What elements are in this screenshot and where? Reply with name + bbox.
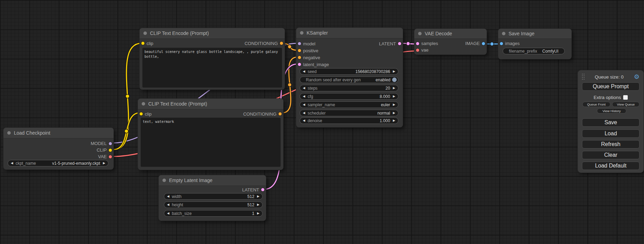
decrement-arrow-icon[interactable]: ◀ (11, 162, 13, 165)
node-title: Empty Latent Image (169, 178, 212, 183)
output-port-latent[interactable] (398, 42, 401, 45)
node-vae-decode[interactable]: VAE Decode samples IMAGE vae (414, 29, 487, 55)
denoise-widget[interactable]: ◀ denoise 1.000 ▶ (300, 117, 398, 124)
refresh-button[interactable]: Refresh (582, 140, 639, 148)
output-port-conditioning[interactable] (279, 112, 282, 116)
decrement-arrow-icon[interactable]: ◀ (303, 95, 305, 98)
input-port-vae[interactable] (416, 48, 419, 52)
collapse-dot-icon[interactable] (502, 32, 505, 35)
input-port-positive[interactable] (298, 49, 301, 52)
node-title-bar[interactable]: KSampler (296, 28, 403, 38)
node-title-bar[interactable]: Load Checkpoint (3, 128, 114, 138)
increment-arrow-icon[interactable]: ▶ (393, 119, 395, 122)
scheduler-widget[interactable]: ◀ scheduler normal ▶ (300, 110, 398, 116)
seed-widget[interactable]: ◀ seed 156680208700286 ▶ (300, 68, 398, 75)
increment-arrow-icon[interactable]: ▶ (393, 87, 395, 90)
widget-label: batch_size (172, 211, 192, 216)
widget-label: steps (308, 86, 318, 91)
increment-arrow-icon[interactable]: ▶ (103, 162, 105, 165)
increment-arrow-icon[interactable]: ▶ (393, 70, 395, 73)
node-title-bar[interactable]: Empty Latent Image (159, 175, 266, 186)
node-title-bar[interactable]: CLIP Text Encode (Prompt) (140, 28, 285, 39)
node-empty-latent-image[interactable]: Empty Latent Image LATENT ◀ width 512 ▶ … (159, 175, 266, 221)
ckpt-name-widget[interactable]: ◀ ckpt_name v1-5-pruned-emaonly.ckpt ▶ (8, 160, 108, 166)
load-default-button[interactable]: Load Default (582, 162, 639, 170)
input-port-negative[interactable] (298, 56, 301, 59)
widget-label: ckpt_name (16, 161, 36, 166)
decrement-arrow-icon[interactable]: ◀ (167, 203, 169, 206)
collapse-dot-icon[interactable] (418, 32, 422, 35)
settings-gear-icon[interactable]: ⚙ (634, 74, 639, 80)
clear-button[interactable]: Clear (582, 151, 639, 159)
node-clip-text-encode-negative[interactable]: CLIP Text Encode (Prompt) clip CONDITION… (138, 99, 283, 170)
input-port-model[interactable] (298, 42, 301, 45)
load-button[interactable]: Load (582, 129, 639, 138)
node-graph-canvas[interactable]: Load Checkpoint MODEL CLIP VAE ◀ ckpt_na… (0, 0, 644, 244)
output-port-image[interactable] (482, 42, 485, 45)
node-title-bar[interactable]: CLIP Text Encode (Prompt) (138, 99, 283, 109)
output-port-vae[interactable] (109, 155, 112, 158)
extra-options-checkbox[interactable] (623, 95, 628, 100)
widget-label: scheduler (308, 111, 326, 116)
decrement-arrow-icon[interactable]: ◀ (167, 212, 169, 215)
prompt-textarea[interactable]: beautiful scenery nature glass bottle la… (142, 48, 282, 88)
view-history-button[interactable]: View History (597, 108, 626, 114)
node-title: VAE Decode (425, 31, 452, 36)
filename-prefix-widget[interactable]: filename_prefix ComfyUI (503, 48, 565, 54)
node-load-checkpoint[interactable]: Load Checkpoint MODEL CLIP VAE ◀ ckpt_na… (3, 128, 114, 170)
output-port-conditioning[interactable] (280, 42, 283, 45)
input-label-positive: positive (303, 48, 318, 53)
increment-arrow-icon[interactable]: ▶ (257, 212, 259, 215)
node-clip-text-encode-positive[interactable]: CLIP Text Encode (Prompt) clip CONDITION… (140, 28, 285, 90)
toggle-knob-icon[interactable] (392, 78, 397, 82)
drag-handle-icon[interactable] (582, 74, 584, 80)
input-port-samples[interactable] (416, 42, 419, 45)
decrement-arrow-icon[interactable]: ◀ (303, 111, 305, 115)
prompt-textarea[interactable]: text, watermark (141, 118, 281, 167)
collapse-dot-icon[interactable] (7, 131, 11, 135)
node-ksampler[interactable]: KSampler model LATENT positive negative … (296, 28, 403, 127)
collapse-dot-icon[interactable] (143, 31, 147, 35)
random-seed-toggle-widget[interactable]: Random seed after every gen enabled (300, 76, 398, 83)
collapse-dot-icon[interactable] (142, 102, 145, 106)
input-port-clip[interactable] (140, 112, 143, 116)
increment-arrow-icon[interactable]: ▶ (393, 111, 395, 115)
input-label-clip: clip (145, 111, 152, 117)
cfg-widget[interactable]: ◀ cfg 8.000 ▶ (300, 93, 398, 100)
input-label-samples: samples (421, 41, 438, 46)
increment-arrow-icon[interactable]: ▶ (393, 95, 395, 98)
increment-arrow-icon[interactable]: ▶ (257, 195, 259, 198)
input-label-model: model (303, 41, 315, 46)
input-port-clip[interactable] (141, 42, 144, 45)
batch-size-widget[interactable]: ◀ batch_size 1 ▶ (164, 210, 263, 217)
input-port-latent-image[interactable] (298, 63, 301, 66)
input-label-negative: negative (303, 55, 320, 60)
queue-prompt-button[interactable]: Queue Prompt (582, 82, 639, 91)
decrement-arrow-icon[interactable]: ◀ (167, 195, 169, 198)
node-title: CLIP Text Encode (Prompt) (148, 101, 207, 107)
view-queue-button[interactable]: View Queue (612, 102, 639, 107)
widget-label: Random seed after every gen (306, 78, 361, 82)
steps-widget[interactable]: ◀ steps 20 ▶ (300, 85, 398, 91)
height-widget[interactable]: ◀ height 512 ▶ (164, 201, 263, 208)
node-title-bar[interactable]: Save Image (498, 29, 572, 39)
save-button[interactable]: Save (582, 118, 639, 127)
collapse-dot-icon[interactable] (162, 179, 166, 182)
input-port-images[interactable] (500, 42, 503, 45)
output-port-latent[interactable] (261, 188, 264, 191)
decrement-arrow-icon[interactable]: ◀ (303, 119, 305, 122)
queue-front-button[interactable]: Queue Front (582, 102, 610, 107)
width-widget[interactable]: ◀ width 512 ▶ (164, 193, 263, 200)
decrement-arrow-icon[interactable]: ◀ (303, 70, 305, 73)
input-label-images: images (505, 41, 520, 46)
node-save-image[interactable]: Save Image images filename_prefix ComfyU… (498, 29, 572, 59)
collapse-dot-icon[interactable] (300, 31, 303, 35)
decrement-arrow-icon[interactable]: ◀ (303, 87, 305, 90)
increment-arrow-icon[interactable]: ▶ (393, 103, 395, 106)
node-title-bar[interactable]: VAE Decode (414, 29, 487, 39)
decrement-arrow-icon[interactable]: ◀ (303, 103, 305, 106)
sampler-name-widget[interactable]: ◀ sampler_name euler ▶ (300, 101, 398, 108)
output-port-model[interactable] (109, 142, 112, 145)
increment-arrow-icon[interactable]: ▶ (257, 203, 259, 206)
output-port-clip[interactable] (109, 148, 112, 152)
